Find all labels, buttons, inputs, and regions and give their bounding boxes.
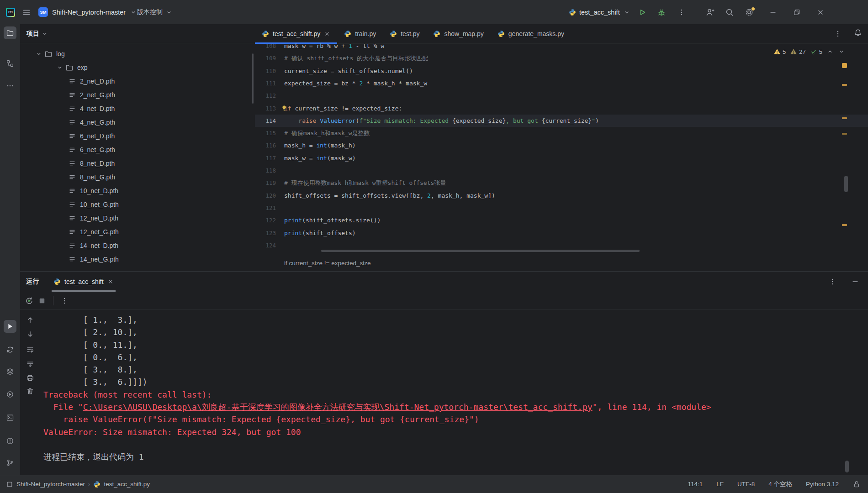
code-with-me-button[interactable] bbox=[704, 6, 716, 19]
chevron-down-icon[interactable] bbox=[55, 64, 65, 71]
tree-item-14_net_D.pth[interactable]: 14_net_D.pth bbox=[20, 239, 255, 252]
intention-bulb-icon[interactable] bbox=[281, 105, 288, 112]
lock-open-icon[interactable] bbox=[852, 480, 861, 488]
debug-button[interactable] bbox=[655, 6, 668, 19]
tab-generate_masks.py[interactable]: generate_masks.py bbox=[491, 24, 571, 43]
status-file[interactable]: test_acc_shift.py bbox=[104, 481, 150, 488]
code-line-116[interactable]: 116mask_h = int(mask_h) bbox=[255, 139, 868, 152]
code-line-118[interactable]: 118 bbox=[255, 164, 868, 177]
clear-console-button[interactable] bbox=[24, 385, 37, 398]
tool-window-python-packages[interactable] bbox=[4, 343, 16, 356]
chevron-down-icon[interactable] bbox=[34, 50, 44, 58]
code-editor[interactable]: 108mask_w = rb % w + 1 - tt % w109# 确认 s… bbox=[255, 43, 868, 255]
tree-item-2_net_D.pth[interactable]: 2_net_D.pth bbox=[20, 74, 255, 88]
status-project[interactable]: Shift-Net_pytorch-master bbox=[16, 481, 85, 488]
run-button[interactable] bbox=[636, 6, 649, 19]
tool-window-services[interactable] bbox=[4, 365, 16, 378]
tree-item-log[interactable]: log bbox=[20, 47, 255, 61]
jump-down-button[interactable] bbox=[24, 328, 37, 341]
run-tab[interactable]: test_acc_shift bbox=[52, 272, 116, 292]
tab-test.py[interactable]: test.py bbox=[383, 24, 426, 43]
tool-window-problems[interactable] bbox=[4, 435, 16, 447]
jump-up-button[interactable] bbox=[24, 314, 37, 326]
close-icon[interactable] bbox=[107, 278, 114, 285]
tool-window-project[interactable] bbox=[4, 26, 16, 39]
search-everywhere-button[interactable] bbox=[723, 6, 736, 19]
warning-stripe-mark[interactable] bbox=[842, 224, 847, 226]
tab-train.py[interactable]: train.py bbox=[337, 24, 383, 43]
code-line-112[interactable]: 112 bbox=[255, 89, 868, 102]
tree-item-10_net_D.pth[interactable]: 10_net_D.pth bbox=[20, 184, 255, 198]
run-configuration-selector[interactable]: test_acc_shift bbox=[569, 0, 630, 24]
tree-item-6_net_G.pth[interactable]: 6_net_G.pth bbox=[20, 143, 255, 157]
console-output[interactable]: [ 1., 3.], [ 2., 10.], [ 0., 11.], [ 0.,… bbox=[40, 310, 868, 475]
tool-window-structure[interactable] bbox=[4, 57, 16, 70]
inspections-widget[interactable]: 5 27 5 bbox=[773, 48, 845, 55]
code-line-115[interactable]: 115# 确保mask_h和mask_w是整数 bbox=[255, 127, 868, 139]
notifications-button[interactable] bbox=[853, 28, 863, 39]
code-line-123[interactable]: 123print(shift_offsets) bbox=[255, 227, 868, 239]
tree-item-14_net_G.pth[interactable]: 14_net_G.pth bbox=[20, 252, 255, 266]
warning-stripe-mark[interactable] bbox=[842, 117, 847, 119]
hide-run-panel-button[interactable] bbox=[849, 275, 862, 288]
print-button[interactable] bbox=[24, 372, 37, 384]
tree-item-exp[interactable]: exp bbox=[20, 61, 255, 74]
interpreter-widget[interactable]: Python 3.12 bbox=[806, 481, 839, 488]
tool-window-run[interactable] bbox=[4, 320, 16, 333]
project-scrollbar[interactable] bbox=[252, 53, 254, 104]
soft-wrap-button[interactable] bbox=[24, 343, 37, 356]
tree-item-8_net_D.pth[interactable]: 8_net_D.pth bbox=[20, 157, 255, 170]
code-line-111[interactable]: 111expected_size = bz * 2 * mask_h * mas… bbox=[255, 77, 868, 89]
tree-item-10_net_G.pth[interactable]: 10_net_G.pth bbox=[20, 198, 255, 211]
scroll-to-end-button[interactable] bbox=[24, 358, 37, 371]
tree-item-4_net_G.pth[interactable]: 4_net_G.pth bbox=[20, 115, 255, 129]
run-more-options-button[interactable] bbox=[58, 294, 71, 307]
project-name[interactable]: Shift-Net_pytorch-master bbox=[52, 9, 126, 16]
tree-item-6_net_D.pth[interactable]: 6_net_D.pth bbox=[20, 129, 255, 143]
tree-item-12_net_G.pth[interactable]: 12_net_G.pth bbox=[20, 225, 255, 239]
code-line-122[interactable]: 122print(shift_offsets.size()) bbox=[255, 214, 868, 226]
minimize-window-button[interactable] bbox=[767, 6, 779, 19]
prev-problem-button[interactable] bbox=[826, 48, 834, 55]
tab-test_acc_shift.py[interactable]: test_acc_shift.py bbox=[255, 24, 337, 43]
warning-stripe-mark[interactable] bbox=[842, 84, 847, 86]
restore-window-button[interactable] bbox=[790, 6, 803, 19]
traceback-file-link[interactable]: C:\Users\AUSU\Desktop\a\刘良超-基于深度学习的图像补全方… bbox=[83, 402, 593, 412]
editor-vertical-scrollbar[interactable] bbox=[844, 176, 848, 192]
main-menu-button[interactable] bbox=[20, 6, 33, 19]
breadcrumb[interactable]: if current_size != expected_size bbox=[255, 255, 868, 271]
encoding-widget[interactable]: UTF-8 bbox=[737, 481, 755, 488]
line-ending-widget[interactable]: LF bbox=[716, 481, 724, 488]
code-line-119[interactable]: 119# 现在使用整数mask_h和mask_w重塑shift_offsets张… bbox=[255, 177, 868, 189]
tool-window-python-console[interactable] bbox=[4, 388, 16, 401]
tree-item-2_net_G.pth[interactable]: 2_net_G.pth bbox=[20, 88, 255, 102]
rerun-button[interactable] bbox=[23, 294, 36, 307]
code-line-120[interactable]: 120shift_offsets = shift_offsets.view([b… bbox=[255, 189, 868, 202]
file-status-marker[interactable] bbox=[842, 63, 847, 68]
code-line-110[interactable]: 110current_size = shift_offsets.numel() bbox=[255, 65, 868, 77]
tree-item-8_net_G.pth[interactable]: 8_net_G.pth bbox=[20, 170, 255, 184]
project-panel-header[interactable]: 项目 bbox=[20, 24, 255, 43]
console-scrollbar[interactable] bbox=[845, 461, 849, 472]
run-panel-options-button[interactable] bbox=[826, 275, 839, 288]
more-actions-button[interactable] bbox=[675, 6, 688, 19]
code-line-113[interactable]: 113if current_size != expected_size: bbox=[255, 102, 868, 115]
close-tab-icon[interactable] bbox=[324, 31, 330, 37]
tool-window-more[interactable] bbox=[4, 79, 16, 92]
code-line-114[interactable]: 114 raise ValueError(f"Size mismatch: Ex… bbox=[255, 115, 868, 127]
tool-window-terminal[interactable] bbox=[4, 411, 16, 424]
close-window-button[interactable] bbox=[814, 6, 827, 19]
stop-button[interactable] bbox=[36, 294, 48, 307]
editor-horizontal-scrollbar[interactable] bbox=[321, 250, 640, 252]
tool-window-version-control[interactable] bbox=[4, 456, 16, 469]
caret-position-widget[interactable]: 114:1 bbox=[688, 481, 703, 488]
tree-item-12_net_D.pth[interactable]: 12_net_D.pth bbox=[20, 211, 255, 225]
tree-item-4_net_D.pth[interactable]: 4_net_D.pth bbox=[20, 102, 255, 115]
settings-button[interactable] bbox=[743, 6, 756, 19]
code-line-121[interactable]: 121 bbox=[255, 202, 868, 214]
next-problem-button[interactable] bbox=[838, 48, 845, 55]
editor-options-button[interactable] bbox=[831, 27, 844, 40]
warning-stripe-mark[interactable] bbox=[842, 133, 847, 135]
code-line-117[interactable]: 117mask_w = int(mask_w) bbox=[255, 152, 868, 164]
indent-widget[interactable]: 4 个空格 bbox=[768, 480, 792, 488]
